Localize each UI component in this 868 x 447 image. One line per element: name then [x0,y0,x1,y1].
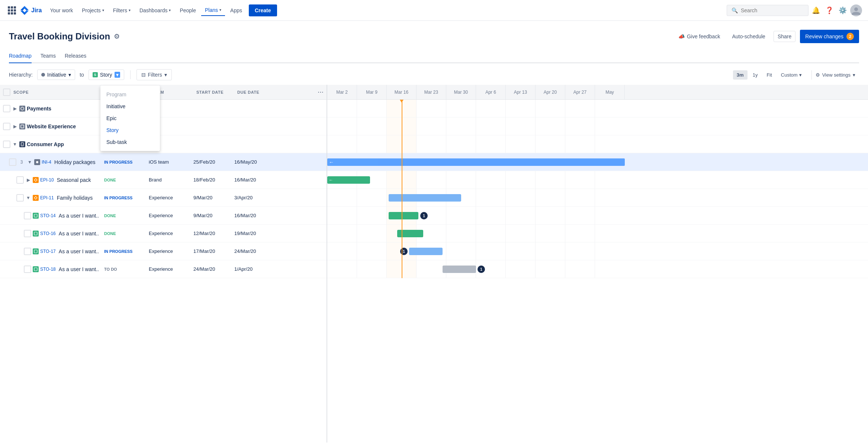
field-due: 19/Mar/20 [234,231,275,236]
dropdown-item-epic[interactable]: Epic [100,112,160,124]
review-changes-button[interactable]: Review changes 2 [800,30,859,43]
hierarchy-to-select[interactable]: S Story ▾ [89,70,124,80]
row-checkbox[interactable] [24,248,31,255]
select-all-checkbox[interactable] [3,89,10,96]
row-checkbox[interactable] [16,176,24,184]
row-expand-icon[interactable]: ▼ [27,159,33,165]
logo-text: Jira [31,7,42,14]
field-status: IN PROGRESS [104,160,149,164]
issue-title: As a user I want.. [59,266,99,272]
tab-releases[interactable]: Releases [65,49,86,63]
dropdown-item-initiative[interactable]: Initiative [100,100,160,112]
row-expand-icon[interactable]: ▶ [12,106,18,112]
custom-button[interactable]: Custom ▾ [777,70,806,80]
issue-key[interactable]: STO-18 [40,267,56,272]
gantt-bar-sto14[interactable] [389,212,418,219]
row-checkbox[interactable] [24,212,31,219]
svg-rect-11 [34,250,37,253]
table-row: ▶ Payments [0,100,327,118]
gantt-row [327,118,868,135]
issue-key[interactable]: EPI-10 [40,177,54,183]
hierarchy-from-select[interactable]: Initiative ▾ [37,70,75,80]
nav-filters[interactable]: Filters ▾ [109,5,134,16]
nav-plans[interactable]: Plans ▾ [201,5,225,16]
table-row: ▼ EPI-11 Family holidays IN PROGRESS Exp… [0,189,327,207]
gantt-bar-epi10[interactable]: ← [327,176,370,184]
issue-title: Website Experience [27,123,76,129]
search-box[interactable]: 🔍 [727,5,808,16]
gantt-bar-sto16[interactable] [397,230,423,237]
time-3m-button[interactable]: 3m [733,70,748,80]
row-checkbox[interactable] [16,194,24,202]
row-expand-icon[interactable]: ▶ [25,177,31,183]
issue-key[interactable]: STO-17 [40,249,56,254]
projects-chevron-icon: ▾ [102,8,104,12]
dropdown-item-story[interactable]: Story [100,124,160,136]
row-expand-icon[interactable]: ▼ [12,141,18,147]
gantt-bar-sto18[interactable] [443,266,476,273]
row-scope-epi11: ▼ EPI-11 Family holidays [0,194,104,202]
gantt-row-sto18: 1 [327,260,868,278]
nav-projects[interactable]: Projects ▾ [78,5,108,16]
row-checkbox[interactable] [24,230,31,237]
row-checkbox[interactable] [24,266,31,273]
table-row: ▶ Website Experience [0,118,327,135]
app-switcher[interactable] [6,4,18,16]
nav-people[interactable]: People [176,5,200,16]
gantt-bar-sto17[interactable] [409,248,443,255]
page-actions: 📣 Give feedback Auto-schedule Share Revi… [675,30,859,43]
notifications-button[interactable]: 🔔 [810,4,822,16]
hierarchy-dropdown: Program Initiative Epic Story Sub-task [100,86,160,151]
create-button[interactable]: Create [249,4,277,16]
tab-teams[interactable]: Teams [41,49,56,63]
hierarchy-to-label: to [80,72,84,78]
table-row: STO-17 As a user I want.. IN PROGRESS Ex… [0,242,327,260]
story-icon [33,213,39,219]
filters-button[interactable]: ⊟ Filters ▾ [136,69,172,80]
dropdown-item-subtask[interactable]: Sub-task [100,136,160,148]
gantt-col-mar30: Mar 30 [446,85,476,99]
row-checkbox[interactable] [3,141,10,148]
filter-icon: ⊟ [141,72,146,78]
time-fit-button[interactable]: Fit [763,70,775,80]
row-fields: DONE Experience 9/Mar/20 16/Mar/20 [104,213,327,218]
svg-marker-7 [34,179,37,181]
field-team: Experience [149,248,193,254]
gantt-row-epi11 [327,189,868,207]
row-expand-icon[interactable]: ▶ [12,123,18,129]
bar-arrow-icon: ← [327,177,333,183]
time-1y-button[interactable]: 1y [749,70,762,80]
gantt-col-apr13: Apr 13 [506,85,536,99]
issue-key[interactable]: STO-16 [40,231,56,236]
svg-marker-8 [34,196,37,199]
issue-key[interactable]: EPI-11 [40,195,54,200]
today-line [402,100,402,278]
nav-apps[interactable]: Apps [226,5,246,16]
tab-roadmap[interactable]: Roadmap [9,49,32,63]
view-settings-button[interactable]: ⚙ View settings ▾ [811,70,859,80]
search-input[interactable] [741,7,800,13]
fields-more-button[interactable]: ⋯ [318,89,324,96]
autoschedule-button[interactable]: Auto-schedule [728,31,769,42]
user-avatar[interactable] [850,4,862,16]
row-expand-icon[interactable]: ▼ [25,195,31,201]
settings-button[interactable]: ⚙️ [837,4,849,16]
nav-your-work[interactable]: Your work [46,5,77,16]
feedback-button[interactable]: 📣 Give feedback [675,31,724,42]
row-checkbox[interactable] [9,158,16,166]
nav-dashboards[interactable]: Dashboards ▾ [136,5,175,16]
grid-icon [8,6,16,15]
dashboards-chevron-icon: ▾ [169,8,171,12]
share-button[interactable]: Share [774,31,795,42]
issue-key[interactable]: STO-14 [40,213,56,218]
gantt-bar-ini4[interactable]: ← [327,158,625,166]
row-checkbox[interactable] [3,123,10,130]
help-button[interactable]: ❓ [823,4,835,16]
row-checkbox[interactable] [3,105,10,112]
issue-key[interactable]: INI-4 [42,160,51,165]
gantt-bar-epi11[interactable] [389,194,461,202]
gantt-row-epi10: ← [327,171,868,189]
settings-icon[interactable]: ⚙ [114,32,120,41]
initiative-dot-icon [41,73,45,77]
jira-logo[interactable]: Jira [19,5,42,16]
